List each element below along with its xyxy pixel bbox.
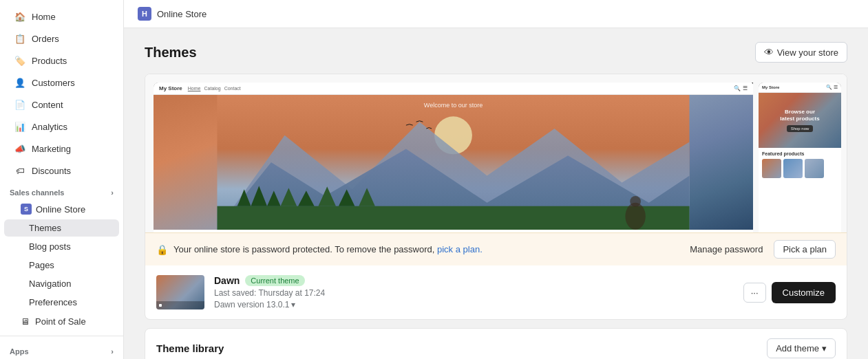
sidebar-item-analytics[interactable]: 📊 Analytics (4, 116, 119, 137)
theme-actions: ··· Customize (743, 282, 836, 303)
discounts-icon: 🏷 (14, 164, 26, 177)
theme-card: My Store Home Catalog Contact 🔍 ☰ (145, 74, 847, 320)
chevron-down-icon: ▾ (291, 300, 295, 309)
sidebar-item-label: Customers (32, 78, 75, 88)
theme-name-row: Dawn Current theme (214, 275, 734, 286)
mobile-product-2 (783, 159, 803, 178)
expand-icon[interactable]: › (111, 188, 114, 197)
sidebar-item-point-of-sale[interactable]: 🖥 Point of Sale (4, 312, 119, 331)
sidebar-item-content[interactable]: 📄 Content (4, 94, 119, 115)
mobile-product-3 (805, 159, 824, 178)
store-name: Online Store (157, 9, 207, 19)
blog-posts-label: Blog posts (29, 241, 71, 252)
pick-plan-link[interactable]: pick a plan. (437, 244, 483, 254)
pick-plan-button[interactable]: Pick a plan (774, 240, 836, 259)
sidebar-item-label: Content (32, 100, 63, 110)
main-area: H Online Store Themes 👁 View your store … (124, 0, 868, 359)
sidebar-item-label: Analytics (32, 122, 67, 132)
content-icon: 📄 (14, 98, 26, 111)
theme-name: Dawn (214, 275, 240, 286)
page-header: Themes 👁 View your store (145, 42, 847, 63)
sidebar-item-preferences[interactable]: Preferences (4, 294, 119, 311)
sidebar-item-label: Marketing (32, 144, 71, 154)
thumbnail-dot (159, 304, 162, 307)
theme-version[interactable]: Dawn version 13.0.1 ▾ (214, 300, 734, 309)
topbar: H Online Store (124, 0, 868, 28)
online-store-icon: S (21, 204, 32, 215)
sidebar-item-label: Orders (32, 34, 59, 44)
password-banner: 🔒 Your online store is password protecte… (145, 232, 847, 265)
sidebar-item-pages[interactable]: Pages (4, 257, 119, 274)
sidebar-item-customers[interactable]: 👤 Customers (4, 72, 119, 93)
sidebar-item-navigation[interactable]: Navigation (4, 275, 119, 292)
mobile-hero-title: Browse ourlatest products (780, 109, 819, 122)
chevron-down-icon: ▾ (822, 343, 827, 353)
analytics-icon: 📊 (14, 120, 26, 133)
home-icon: 🏠 (14, 10, 26, 23)
theme-info: Dawn Current theme Last saved: Thursday … (214, 275, 734, 309)
theme-last-saved: Last saved: Thursday at 17:24 (214, 288, 734, 298)
add-theme-label: Add theme (776, 343, 819, 353)
desktop-nav-links: Home Catalog Contact (188, 86, 241, 91)
sidebar-item-label: Discounts (32, 166, 71, 176)
eye-icon: 👁 (764, 47, 774, 58)
password-banner-text: Your online store is password protected.… (173, 244, 679, 254)
sidebar-item-marketing[interactable]: 📣 Marketing (4, 138, 119, 159)
theme-thumbnail (156, 275, 204, 309)
view-store-label: View your store (777, 47, 838, 58)
mobile-products-row (762, 159, 838, 178)
themes-label: Themes (29, 223, 61, 233)
pages-label: Pages (29, 260, 54, 270)
sidebar-item-orders[interactable]: 📋 Orders (4, 28, 119, 49)
hero-svg (154, 95, 753, 230)
sidebar-item-label: Home (32, 12, 56, 22)
sidebar-item-products[interactable]: 🏷️ Products (4, 50, 119, 71)
desktop-nav-bar: My Store Home Catalog Contact 🔍 ☰ (154, 83, 753, 95)
marketing-icon: 📣 (14, 142, 26, 155)
sidebar-item-online-store[interactable]: S Online Store (4, 200, 119, 218)
sidebar-item-blog-posts[interactable]: Blog posts (4, 238, 119, 255)
sidebar-item-label: Products (32, 56, 67, 66)
sidebar-item-themes[interactable]: Themes (4, 219, 119, 237)
svg-point-14 (630, 196, 641, 207)
orders-icon: 📋 (14, 32, 26, 45)
desktop-preview: My Store Home Catalog Contact 🔍 ☰ (154, 83, 753, 232)
mobile-preview: My Store 🔍 ☰ Browse ourlatest products S… (759, 83, 841, 232)
mobile-featured-title: Featured products (762, 151, 838, 156)
preferences-label: Preferences (29, 297, 77, 307)
apps-expand-icon[interactable]: › (111, 347, 114, 356)
theme-library-title: Theme library (156, 342, 224, 354)
manage-password-button[interactable]: Manage password (684, 241, 768, 257)
mobile-featured: Featured products (759, 148, 841, 182)
sidebar: 🏠 Home 📋 Orders 🏷️ Products 👤 Customers … (0, 0, 124, 359)
current-theme-section: Dawn Current theme Last saved: Thursday … (145, 265, 847, 319)
desktop-logo: My Store (159, 85, 182, 91)
page-title: Themes (145, 45, 197, 61)
sidebar-item-discounts[interactable]: 🏷 Discounts (4, 160, 119, 181)
customers-icon: 👤 (14, 76, 26, 89)
thumbnail-bar (156, 301, 204, 309)
apps-section-label: Apps › (0, 340, 123, 358)
mobile-nav-bar: My Store 🔍 ☰ (759, 83, 841, 93)
sidebar-item-home[interactable]: 🏠 Home (4, 6, 119, 27)
desktop-hero: Welcome to our store (154, 95, 753, 230)
navigation-label: Navigation (29, 279, 71, 289)
theme-library-card: Theme library Add theme ▾ (145, 328, 847, 359)
mobile-hero: Browse ourlatest products Shop now (759, 93, 841, 148)
online-store-label: Online Store (36, 204, 85, 215)
view-store-button[interactable]: 👁 View your store (755, 42, 847, 63)
pos-icon: 🖥 (21, 316, 30, 327)
pos-label: Point of Sale (35, 316, 86, 327)
products-icon: 🏷️ (14, 54, 26, 67)
store-icon: H (138, 7, 151, 21)
add-theme-button[interactable]: Add theme ▾ (767, 338, 836, 358)
lock-icon: 🔒 (156, 244, 168, 255)
content-area: Themes 👁 View your store My Store Home (124, 28, 868, 359)
more-options-button[interactable]: ··· (743, 283, 766, 303)
hero-text: Welcome to our store (424, 102, 483, 109)
mobile-cta-btn[interactable]: Shop now (787, 125, 814, 132)
desktop-nav-icons: 🔍 ☰ (734, 85, 748, 91)
current-theme-badge: Current theme (245, 275, 304, 286)
customize-button[interactable]: Customize (772, 282, 836, 303)
theme-library-header: Theme library Add theme ▾ (145, 329, 847, 359)
